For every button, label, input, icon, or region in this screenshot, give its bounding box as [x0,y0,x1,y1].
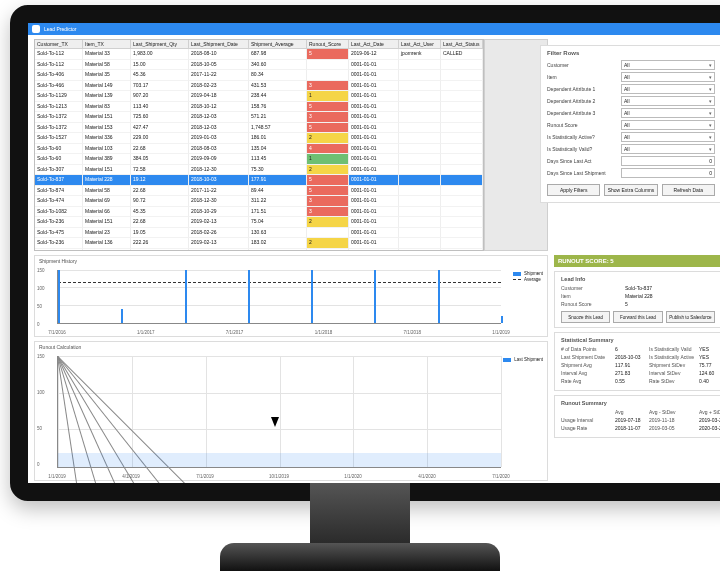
grid-col-3[interactable]: Last_Shipment_Date [189,40,249,49]
lead-action-button[interactable]: Snooze this Lead [561,311,610,323]
grid-col-5[interactable]: Runout_Score [307,40,349,49]
cell: 0001-01-01 [349,196,399,207]
table-row[interactable]: Sold-To-307Material 15172.582018-12-3075… [35,165,483,176]
filter-select[interactable]: All [621,60,715,70]
table-row[interactable]: Sold-To-874Material 5822.682017-11-2289.… [35,186,483,197]
cell [399,91,441,102]
table-row[interactable]: Sold-To-60Material 10322.682018-08-03135… [35,144,483,155]
cell: 0001-01-01 [349,144,399,155]
table-row[interactable]: Sold-To-837Material 22819.122018-10-0317… [35,175,483,186]
table-row[interactable]: Sold-To-466Material 149703.172018-02-234… [35,81,483,92]
filter-select[interactable]: All [621,72,715,82]
cell [441,60,483,71]
stat-cell: Rate Avg [561,378,615,384]
filter-select[interactable]: All [621,132,715,142]
cell [399,123,441,134]
table-row[interactable]: Sold-To-236Material 15122.682019-02-1375… [35,217,483,228]
cell [399,81,441,92]
grid-col-6[interactable]: Last_Act_Date [349,40,399,49]
stat-cell: 6 [615,346,649,352]
table-row[interactable]: Sold-To-1082Material 6645.352018-10-2917… [35,207,483,218]
cell: 22.68 [131,186,189,197]
grid-empty-area [484,39,548,251]
table-row[interactable]: Sold-To-1372Material 151725.602018-12-03… [35,112,483,123]
table-row[interactable]: Sold-To-112Material 331,983.002018-08-10… [35,49,483,60]
cell: 186.01 [249,133,307,144]
lead-action-button[interactable]: Publish to Salesforce [666,311,715,323]
cell [441,123,483,134]
cell: 431.53 [249,81,307,92]
filter-select[interactable]: All [621,120,715,130]
cell [441,91,483,102]
table-row[interactable]: Sold-To-1129Material 139907.202019-04-18… [35,91,483,102]
filter-input[interactable]: 0 [621,168,715,178]
table-row[interactable]: Sold-To-112Material 5815.002018-10-05340… [35,60,483,71]
cell: Material 151 [83,217,131,228]
cell: 687.98 [249,49,307,60]
cell [441,81,483,92]
lead-score-label: Runout Score [561,301,625,307]
x-tick: 7/1/2020 [492,474,510,479]
filter-input[interactable]: 0 [621,156,715,166]
filter-button[interactable]: Apply Filters [547,184,600,196]
stat-cell: 271.83 [615,370,649,376]
grid-col-2[interactable]: Last_Shipment_Qty [131,40,189,49]
app-window: Lead Predictor Customer_TXItem_TXLast_Sh… [28,23,720,483]
cell [441,207,483,218]
monitor-stand-base [220,543,500,571]
cell [399,70,441,81]
filter-select[interactable]: All [621,108,715,118]
chart1-title: Shipment History [35,256,547,266]
cell: 2019-09-09 [189,154,249,165]
x-tick: 4/1/2020 [418,474,436,479]
cell: 2018-02-26 [189,228,249,239]
table-row[interactable]: Sold-To-1527Material 336229.002019-01-03… [35,133,483,144]
cell: Sold-To-1372 [35,112,83,123]
cell: 2 [307,133,349,144]
filter-select[interactable]: All [621,84,715,94]
table-row[interactable]: Sold-To-474Material 6990.722018-12-30311… [35,196,483,207]
stats-title: Statistical Summary [561,337,715,343]
cell: Material 153 [83,123,131,134]
filter-button[interactable]: Show Extra Columns [604,184,657,196]
filter-label: Runout Score [547,122,621,128]
x-tick: 10/1/2019 [269,474,289,479]
table-row[interactable]: Sold-To-1372Material 153427.472018-12-03… [35,123,483,134]
x-tick: 7/1/2019 [196,474,214,479]
table-row[interactable]: Sold-To-1213Material 83113.402018-10-121… [35,102,483,113]
cell: Material 58 [83,60,131,71]
bar [185,270,187,323]
lead-customer-value: Sold-To-837 [625,285,715,291]
lead-action-button[interactable]: Forward this Lead [613,311,662,323]
table-row[interactable]: Sold-To-236Material 136222.262019-02-131… [35,238,483,249]
grid-col-0[interactable]: Customer_TX [35,40,83,49]
monitor-stand-neck [310,483,410,543]
table-row[interactable]: Sold-To-406Material 3545.362017-11-2280.… [35,70,483,81]
runout-cell: 2020-03-28 [699,425,720,431]
cell [441,217,483,228]
table-row[interactable]: Sold-To-236Material 1711,020.602019-04-1… [35,249,483,252]
filter-label: Item [547,74,621,80]
x-tick: 4/1/2019 [122,474,140,479]
grid-col-4[interactable]: Shipment_Average [249,40,307,49]
table-row[interactable]: Sold-To-60Material 389384.052019-09-0911… [35,154,483,165]
filter-select[interactable]: All [621,144,715,154]
cell [399,186,441,197]
filter-button[interactable]: Refresh Data [662,184,715,196]
cell [399,60,441,71]
cell: 0001-01-01 [349,102,399,113]
c2-y3: 150 [37,354,45,359]
grid-col-8[interactable]: Last_Act_Status [441,40,483,49]
cell: 229.00 [131,133,189,144]
cell [441,249,483,252]
filter-select[interactable]: All [621,96,715,106]
cell: 703.17 [131,81,189,92]
grid-col-1[interactable]: Item_TX [83,40,131,49]
cell [399,207,441,218]
cell: 3 [307,196,349,207]
grid-col-7[interactable]: Last_Act_User [399,40,441,49]
cell: 0001-01-01 [349,228,399,239]
cell: 0001-01-01 [349,207,399,218]
table-row[interactable]: Sold-To-475Material 2319.052018-02-26130… [35,228,483,239]
data-grid[interactable]: Customer_TXItem_TXLast_Shipment_QtyLast_… [34,39,484,251]
